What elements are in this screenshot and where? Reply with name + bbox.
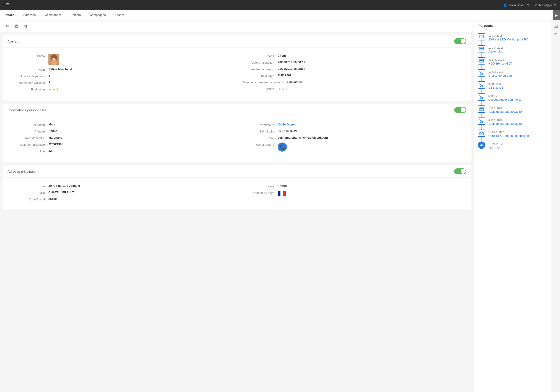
user-menu[interactable]: 👤 Kevin Doyen ▼ <box>503 3 530 7</box>
tab-campagnes[interactable]: Campagnes <box>85 10 110 20</box>
svg-point-20 <box>480 122 481 123</box>
tab-adresses[interactable]: Adresses <box>19 10 40 20</box>
timeline-line <box>481 137 482 142</box>
timeline-link[interactable]: USB 32 GB <box>488 86 504 89</box>
timeline-left <box>477 105 486 117</box>
date-commande-label: Date de la dernière commande <box>241 80 287 84</box>
connexion-label: Dernière connexion <box>241 67 278 71</box>
timeline-link[interactable]: Chaise de bureau <box>488 74 512 77</box>
svg-rect-11 <box>480 60 484 61</box>
timeline-date: 10 Jul 2018 <box>488 34 528 37</box>
photo-label: Photo <box>12 54 49 58</box>
adresse-toggle[interactable] <box>454 168 466 174</box>
content-area: ✏ 🗑 ⧉ Aperçu Photo <box>0 20 474 392</box>
timeline-item: 20 Dec 2017 Offre 15% Commande en ligne <box>477 130 547 142</box>
circle-icon <box>478 142 485 149</box>
star-3: ★ <box>56 87 59 92</box>
toolbar: ✏ 🗑 ⧉ <box>0 20 474 32</box>
book-icon-btn[interactable]: 📖 <box>552 23 559 29</box>
naissance-value: 22/06/1985 <box>49 143 63 146</box>
fidelite-row: Fidélité ★ ★ ★ <box>241 87 461 91</box>
list-icon-btn[interactable]: ☰ <box>552 31 559 38</box>
cart-icon <box>478 81 485 89</box>
code-row: Code Postal 86100 <box>12 197 232 201</box>
commandes-row: Commandes validées 3 <box>12 81 232 85</box>
dot <box>480 144 483 146</box>
nom-famille-row: Nom de famille Marchand <box>12 136 232 140</box>
timeline-item: 31 May 2018 HDD Trensend 2T <box>477 57 547 69</box>
svg-point-6 <box>55 56 57 60</box>
flag-red <box>283 191 286 196</box>
timeline-left <box>477 33 486 45</box>
timeline-link[interactable]: Apple iMac <box>488 50 503 53</box>
star-1: ★ <box>49 87 52 92</box>
star-2: ★ <box>52 87 55 92</box>
total-label: Total payé <box>241 74 278 77</box>
evaluation-label: Evaluation <box>12 87 49 91</box>
svg-point-14 <box>480 86 481 87</box>
card-icon <box>478 105 485 113</box>
timeline-link[interactable]: Casque Audio Sennheiser <box>488 98 522 101</box>
timeline-left <box>477 142 486 154</box>
tab-paniers[interactable]: Paniers <box>66 10 85 20</box>
apps-label: Mes Apps <box>539 3 552 7</box>
timeline-line <box>481 65 482 69</box>
apps-icon: ⚙ <box>535 3 538 7</box>
timeline-link[interactable]: Table de bureau 300x250 <box>488 110 522 113</box>
timeline-link[interactable]: Table de bureau 300x250 <box>488 122 522 125</box>
delete-button[interactable]: 🗑 <box>13 23 20 29</box>
infos-perso-toggle[interactable] <box>454 107 466 113</box>
timeline-left <box>477 69 486 81</box>
flag-blue <box>278 191 280 196</box>
sidebar-icon-panel: 📖 ☰ <box>551 20 560 392</box>
edit-button[interactable]: ✏ <box>5 23 11 29</box>
ville-row: Ville CHÂTELLERAULT <box>12 191 232 194</box>
parcours-title: Parcours <box>478 24 493 28</box>
timeline-link[interactable]: 1er RDV <box>488 146 500 150</box>
apercu-section: Aperçu Photo <box>3 35 471 101</box>
apercu-toggle[interactable] <box>454 38 466 44</box>
commandes-label: Commandes validées <box>12 81 49 85</box>
fidelite-star-2: ★ <box>281 87 285 91</box>
timeline-link[interactable]: 20% sur LED Monitor pour PC <box>488 38 528 41</box>
timeline-left <box>477 81 486 93</box>
svg-rect-18 <box>480 107 484 111</box>
svg-point-15 <box>482 86 483 87</box>
age-value: 32 <box>49 149 52 153</box>
timeline-content: 20 Dec 2017 Offre 15% Commande en ligne <box>488 130 529 142</box>
timeline-content: 5 Mar 2018 Casque Audio Sennheiser <box>488 93 522 105</box>
timeline-link[interactable]: HDD Trensend 2T <box>488 62 512 65</box>
rue-value: 30 rue du Gue Jacquet <box>49 184 80 188</box>
adresse-right: Pays France Drapeau du pays <box>237 182 466 206</box>
rue-row: Rue 30 rue du Gue Jacquet <box>12 184 232 188</box>
apps-menu[interactable]: ⚙ Mes Apps ▼ <box>535 3 556 7</box>
tab-taches[interactable]: Tâches <box>110 10 129 20</box>
hamburger-button[interactable]: ☰ <box>4 2 11 9</box>
user-icon: 👤 <box>503 3 507 7</box>
age-row: Age 32 <box>12 149 232 153</box>
timeline-item: 7 Jan 2018 Table de bureau 300x250 <box>477 105 547 117</box>
adresse-section: Adresse principale Rue 30 rue du Gue Jac… <box>3 165 471 210</box>
cart-icon <box>478 69 485 76</box>
cart-icon <box>478 117 485 125</box>
timeline-link[interactable]: Offre 15% Commande en ligne <box>488 134 529 137</box>
apercu-title: Aperçu <box>8 39 19 43</box>
fidelite-stars: ★ ★ ★ <box>278 87 288 91</box>
inscription-row: Date d'inscription 26/08/2018 10:08:17 <box>241 60 461 64</box>
tab-commandes[interactable]: Commandes <box>40 10 66 20</box>
timeline-item: 9 Apr 2018 USB 32 GB <box>477 81 547 93</box>
timeline-content: 10 Jun 2018 Apple iMac <box>488 45 503 57</box>
fidelite-label: Fidélité <box>241 87 278 91</box>
flag-white <box>280 191 283 196</box>
tab-details[interactable]: Détails <box>0 10 19 20</box>
timeline-item: 1 Dec 2017 1er RDV <box>477 142 547 154</box>
tab-arrow[interactable]: ▶ <box>553 10 560 20</box>
svg-point-17 <box>482 98 483 99</box>
timeline-content: 7 Jan 2018 Table de bureau 300x250 <box>488 105 522 117</box>
email-row: Email celinemarchand@cirrus-shield.com <box>241 136 461 140</box>
copy-button[interactable]: ⧉ <box>23 23 29 29</box>
statut-label: Statut <box>241 54 278 58</box>
timeline-item: 10 Jun 2018 Apple iMac <box>477 45 547 57</box>
commandes-value: 3 <box>49 81 50 84</box>
timeline-content: 10 Jul 2018 20% sur LED Monitor pour PC <box>488 33 528 45</box>
